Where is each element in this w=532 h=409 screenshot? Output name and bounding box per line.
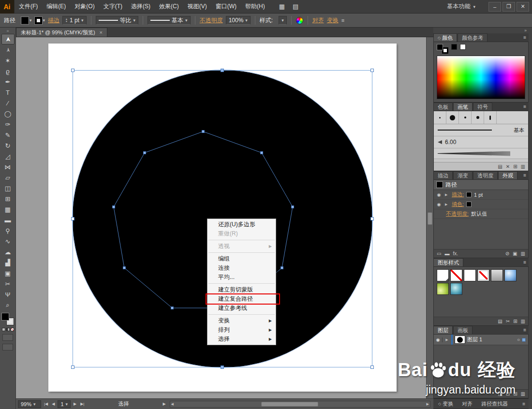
scroll-right-icon[interactable]: ▶ xyxy=(427,401,429,407)
style-white[interactable] xyxy=(464,269,476,281)
free-transform-tool[interactable]: ▱ xyxy=(1,172,15,183)
delete-layer-icon[interactable]: ▥ xyxy=(521,391,525,396)
opacity-select[interactable]: 100% ▾ xyxy=(226,16,251,25)
app-logo[interactable]: Ai xyxy=(0,0,15,14)
stroke-color-swatch[interactable] xyxy=(466,192,472,197)
next-artboard-button[interactable]: ▶ xyxy=(73,402,77,406)
appearance-fill-row[interactable]: ◉ ▶ 填色: xyxy=(434,200,528,209)
color-mode-button[interactable] xyxy=(2,328,5,331)
bbox-handle-top-center[interactable] xyxy=(221,69,224,72)
calligraphic-brush-swatch[interactable] xyxy=(446,111,459,124)
polygon-anchor-point[interactable] xyxy=(260,151,263,154)
bbox-handle-middle-right[interactable] xyxy=(370,217,374,220)
remove-brush-stroke-icon[interactable]: ✕ xyxy=(506,164,510,169)
delete-brush-icon[interactable]: ▥ xyxy=(521,164,525,169)
layer-row[interactable]: ◉ ▶ 图层 1 ○ xyxy=(434,335,528,345)
perspective-grid-tool[interactable]: ⊞ xyxy=(1,193,15,204)
layer-thumbnail[interactable] xyxy=(455,336,465,344)
context-menu-item[interactable]: 编组 xyxy=(207,254,276,263)
color-panel-menu-icon[interactable]: ≡ xyxy=(521,35,529,40)
paintbrush-tool[interactable]: ✑ xyxy=(1,119,15,130)
fill-stroke-control[interactable] xyxy=(2,313,14,325)
style-gray[interactable] xyxy=(491,269,503,281)
tab-gradient[interactable]: 渐变 xyxy=(453,171,473,179)
lasso-tool[interactable]: ϱ xyxy=(1,66,15,76)
ellipse-tool[interactable]: ◯ xyxy=(1,108,15,119)
appearance-panel-menu-icon[interactable]: ≡ xyxy=(521,173,529,178)
layers-panel-menu-icon[interactable]: ≡ xyxy=(521,327,529,333)
width-tool[interactable]: ⋈ xyxy=(1,161,15,172)
add-new-fill-icon[interactable]: ▬ xyxy=(444,251,449,256)
align-panel-link[interactable]: 对齐 xyxy=(312,16,324,25)
bbox-handle-top-right[interactable] xyxy=(370,69,374,72)
context-menu-item[interactable]: 建立参考线 xyxy=(207,304,276,313)
blend-tool[interactable]: ∿ xyxy=(1,236,15,247)
tab-stroke[interactable]: 描边 xyxy=(433,171,453,179)
tab-transform[interactable]: ◇ 变换 xyxy=(434,399,457,408)
calligraphic-brush-swatch[interactable] xyxy=(459,111,472,124)
layer-target-icon[interactable]: ○ xyxy=(517,337,520,342)
expand-triangle-icon[interactable]: ▶ xyxy=(445,193,449,197)
graphic-styles-menu-icon[interactable]: ≡ xyxy=(521,260,529,265)
context-menu-item[interactable]: 建立剪切蒙版 xyxy=(207,285,276,294)
basic-brush-row[interactable]: 基本 xyxy=(434,124,528,136)
tab-graphic-styles[interactable]: 图形样式 xyxy=(433,258,463,266)
document-tab[interactable]: 未标题-1* @ 99% (CMYK/预览) × xyxy=(16,28,107,37)
pen-tool[interactable]: ✒ xyxy=(1,76,15,87)
zoom-level-select[interactable]: 99% ▾ xyxy=(18,400,41,408)
rotate-tool[interactable]: ↻ xyxy=(1,140,15,151)
collapsed-panels-menu-icon[interactable]: ≡ xyxy=(520,401,528,407)
context-menu-item[interactable]: 排列 ▶ xyxy=(207,325,276,335)
tab-artboards[interactable]: 画板 xyxy=(453,326,473,334)
delete-graphic-style-icon[interactable]: ▥ xyxy=(521,319,525,324)
style-none-small[interactable] xyxy=(477,269,489,281)
recolor-artwork-icon[interactable] xyxy=(296,17,303,24)
status-menu-arrow-icon[interactable]: ▶ xyxy=(162,402,166,406)
screen-mode-button[interactable] xyxy=(2,344,13,351)
delete-item-icon[interactable]: ▥ xyxy=(521,251,525,256)
appearance-opacity-row[interactable]: 不透明度: 默认值 xyxy=(434,209,528,219)
menubar-item[interactable]: 对象(O) xyxy=(70,0,99,13)
gradient-mode-button[interactable] xyxy=(6,328,10,331)
layer-expand-icon[interactable]: ▶ xyxy=(444,338,449,342)
visibility-eye-icon[interactable]: ◉ xyxy=(436,202,443,207)
style-libraries-icon[interactable]: ▤ xyxy=(498,319,502,324)
close-button[interactable]: ✕ xyxy=(517,2,529,12)
toolbar-grip-icon[interactable]: » xyxy=(6,28,9,34)
style-blue-gradient[interactable] xyxy=(504,269,517,281)
add-new-effect-icon[interactable]: fx. xyxy=(453,251,458,256)
bbox-handle-bottom-right[interactable] xyxy=(370,365,374,369)
polygon-anchor-point[interactable] xyxy=(202,130,205,133)
pencil-tool[interactable]: ✎ xyxy=(1,130,15,140)
scale-tool[interactable]: ◿ xyxy=(1,151,15,161)
zoom-tool[interactable]: ⌕ xyxy=(1,300,15,310)
new-graphic-style-icon[interactable]: ⊞ xyxy=(513,319,517,324)
shape-builder-tool[interactable]: ◫ xyxy=(1,183,15,193)
art-brush-row[interactable]: 6.00 xyxy=(434,136,528,148)
tab-color[interactable]: ◇ 颜色 xyxy=(433,33,457,42)
draw-mode-button[interactable] xyxy=(2,334,13,341)
polygon-anchor-point[interactable] xyxy=(143,151,146,154)
tab-appearance[interactable]: 外观 xyxy=(498,171,517,179)
menubar-item[interactable]: 选择(S) xyxy=(127,0,155,13)
artboard-number-field[interactable]: 1 ▾ xyxy=(58,400,71,408)
line-segment-tool[interactable]: ∕ xyxy=(1,98,15,108)
tab-swatches[interactable]: 色板 xyxy=(433,102,453,111)
tab-color-guide[interactable]: 颜色参考 xyxy=(458,33,488,42)
magic-wand-tool[interactable]: ✶ xyxy=(1,55,15,66)
calligraphic-brush-swatch[interactable] xyxy=(484,111,497,124)
style-select[interactable]: ▾ xyxy=(279,16,287,25)
charcoal-brush-row[interactable] xyxy=(434,148,528,159)
context-menu-item[interactable]: 还原(U)多边形 xyxy=(207,220,276,229)
scroll-left-icon[interactable]: ◀ xyxy=(171,401,174,407)
context-menu-item[interactable]: 变换 ▶ xyxy=(207,316,276,325)
black-swatch[interactable] xyxy=(451,44,457,50)
bbox-handle-bottom-left[interactable] xyxy=(71,365,74,369)
fill-stroke-indicator[interactable] xyxy=(437,44,448,54)
menubar-item[interactable]: 文件(F) xyxy=(15,0,42,13)
restore-button[interactable]: ❐ xyxy=(502,2,515,12)
polygon-anchor-point[interactable] xyxy=(291,205,294,208)
collapse-dock-icon[interactable]: » xyxy=(524,28,527,33)
arrange-documents-icon[interactable]: ▤ xyxy=(293,3,298,10)
style-none[interactable] xyxy=(450,269,462,281)
